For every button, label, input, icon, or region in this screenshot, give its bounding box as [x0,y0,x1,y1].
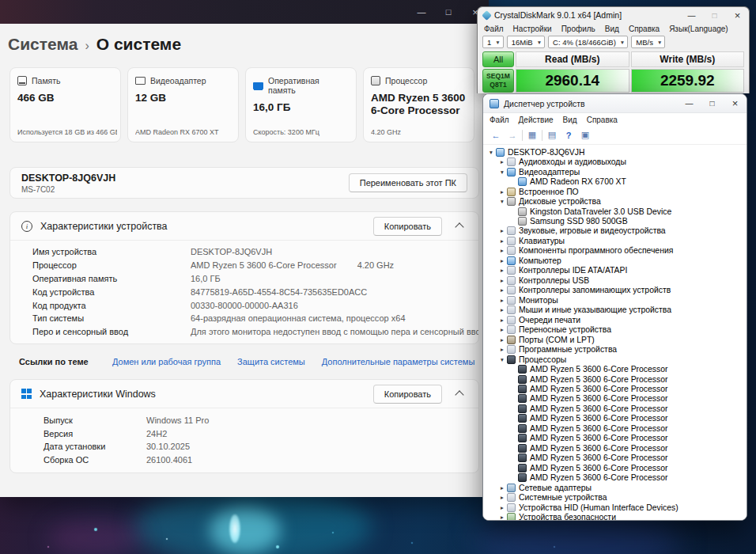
expand-arrow-icon[interactable]: ▸ [497,317,507,324]
copy-windows-specs-button[interactable]: Копировать [373,385,442,404]
settings-minimize-button[interactable] [408,0,435,24]
tree-item[interactable]: ▸ Очереди печати [483,315,747,324]
expand-arrow-icon[interactable]: ▸ [497,227,507,234]
tree-item[interactable]: AMD Ryzen 5 3600 6-Core Processor [483,394,747,404]
expand-arrow-icon[interactable]: ▸ [497,158,507,165]
menu-item[interactable]: Файл [479,25,508,33]
tree-item[interactable]: ▸ Встроенное ПО [483,187,747,196]
combo-select[interactable]: 16MiB [507,36,545,48]
expand-arrow-icon[interactable]: ▸ [497,188,507,195]
tree-item[interactable]: ▸ Компьютер [483,256,747,265]
cdm-maximize-button[interactable] [703,7,726,23]
tree-item[interactable]: AMD Ryzen 5 3600 6-Core Processor [483,443,747,453]
cdm-minimize-button[interactable] [680,7,703,23]
menu-item[interactable]: Действие [514,116,558,124]
expand-arrow-icon[interactable]: ▸ [497,514,507,520]
help-icon[interactable] [561,128,576,142]
menu-item[interactable]: Профиль [557,25,600,33]
menu-item[interactable]: Вид [558,116,582,124]
tree-item[interactable]: ▾ Видеоадаптеры [483,167,747,176]
tree-item[interactable]: ▸ Аудиовходы и аудиовыходы [483,157,747,166]
tree-item[interactable]: Kingston DataTraveler 3.0 USB Device [483,207,747,216]
expand-arrow-icon[interactable]: ▸ [497,326,507,333]
tree-item[interactable]: ▸ Сетевые адаптеры [483,483,747,492]
devmgr-close-button[interactable] [724,94,747,113]
tree-item[interactable]: ▸ Контроллеры запоминающих устройств [483,286,747,295]
tree-item[interactable]: ▸ Устройства HID (Human Interface Device… [483,503,747,512]
related-link[interactable]: Домен или рабочая группа [112,357,221,366]
seq1m-q8t1-button[interactable]: SEQ1M Q8T1 [482,69,514,93]
expand-arrow-icon[interactable]: ▸ [497,237,507,245]
tree-item[interactable]: AMD Ryzen 5 3600 6-Core Processor [483,384,747,393]
devmgr-maximize-button[interactable] [701,94,724,113]
breadcrumb-system[interactable]: Система [8,35,77,54]
tree-item[interactable]: ▸ Мыши и иные указывающие устройства [483,305,747,315]
tree-item[interactable]: AMD Ryzen 5 3600 6-Core Processor [483,453,747,463]
cdm-close-button[interactable] [726,7,749,23]
tree-item[interactable]: ▸ Программные устройства [483,344,747,354]
tree-item[interactable]: AMD Ryzen 5 3600 6-Core Processor [483,472,747,482]
expand-arrow-icon[interactable]: ▸ [497,336,507,343]
menu-item[interactable]: Справка [624,25,664,33]
settings-maximize-button[interactable] [435,0,462,24]
console-tree-icon[interactable] [525,128,539,142]
devmgr-minimize-button[interactable] [678,94,701,113]
expand-arrow-icon[interactable]: ▸ [497,247,507,254]
tree-item[interactable]: ▸ Переносные устройства [483,324,747,334]
combo-select[interactable]: C: 4% (18/466GiB) [548,36,628,48]
toolbar-separator[interactable] [542,130,542,141]
tree-item[interactable]: AMD Ryzen 5 3600 6-Core Processor [483,423,747,433]
all-test-button[interactable]: All [482,51,514,67]
menu-item[interactable]: Файл [485,116,514,124]
expand-arrow-icon[interactable]: ▾ [486,149,496,156]
related-link[interactable]: Дополнительные параметры системы [322,357,475,366]
copy-device-specs-button[interactable]: Копировать [373,217,442,236]
combo-select[interactable]: 1 [482,36,504,48]
tree-item[interactable]: AMD Ryzen 5 3600 6-Core Processor [483,463,747,472]
nav-back-icon[interactable] [489,128,503,142]
expand-arrow-icon[interactable]: ▸ [497,286,507,294]
tree-item[interactable]: AMD Ryzen 5 3600 6-Core Processor [483,434,747,443]
collapse-chevron-icon[interactable] [455,391,463,400]
expand-arrow-icon[interactable]: ▾ [497,169,507,176]
tree-item[interactable]: AMD Ryzen 5 3600 6-Core Processor [483,404,747,413]
expand-arrow-icon[interactable]: ▸ [497,257,507,264]
expand-arrow-icon[interactable]: ▸ [497,277,507,284]
combo-select[interactable]: MB/s [631,36,665,48]
tree-item[interactable]: ▸ Устройства безопасности [483,512,747,520]
expand-arrow-icon[interactable]: ▸ [497,267,507,274]
related-link[interactable]: Защита системы [237,357,305,366]
expand-arrow-icon[interactable]: ▾ [497,198,507,205]
tree-item[interactable]: AMD Ryzen 5 3600 6-Core Processor [483,374,747,384]
tree-item[interactable]: AMD Ryzen 5 3600 6-Core Processor [483,364,747,374]
tree-item[interactable]: ▸ Мониторы [483,295,747,305]
expand-arrow-icon[interactable]: ▸ [497,484,507,491]
expand-arrow-icon[interactable]: ▾ [497,356,507,363]
nav-forward-icon[interactable] [505,128,520,142]
expand-arrow-icon[interactable]: ▸ [497,297,507,304]
toolbar-separator[interactable] [522,130,523,141]
tree-item[interactable]: ▸ Системные устройства [483,492,747,502]
tree-item[interactable]: ▾ Дисковые устройства [483,196,747,206]
tree-item[interactable]: ▸ Контроллеры USB [483,275,747,285]
expand-arrow-icon[interactable]: ▸ [497,494,507,501]
tree-item[interactable]: AMD Ryzen 5 3600 6-Core Processor [483,414,747,423]
menu-item[interactable]: Язык(Language) [664,25,733,33]
tree-item[interactable]: ▸ Контроллеры IDE ATA/ATAPI [483,266,747,275]
scan-hardware-icon[interactable] [578,128,592,142]
tree-item[interactable]: ▸ Звуковые, игровые и видеоустройства [483,226,747,236]
tree-item[interactable]: ▸ Компоненты программного обеспечения [483,246,747,256]
tree-item[interactable]: ▸ Клавиатуры [483,236,747,245]
properties-icon[interactable] [545,128,559,142]
tree-item[interactable]: ▾ DESKTOP-8JQ6VJH [483,147,747,157]
menu-item[interactable]: Настройки [508,25,557,33]
menu-item[interactable]: Вид [600,25,624,33]
expand-arrow-icon[interactable]: ▸ [497,346,507,353]
expand-arrow-icon[interactable]: ▸ [497,504,507,511]
tree-item[interactable]: AMD Radeon RX 6700 XT [483,176,747,186]
rename-pc-button[interactable]: Переименовать этот ПК [349,173,467,192]
collapse-chevron-icon[interactable] [455,222,463,231]
tree-item[interactable]: ▸ Порты (COM и LPT) [483,335,747,344]
expand-arrow-icon[interactable]: ▸ [497,306,507,313]
tree-item[interactable]: ▾ Процессоры [483,355,747,364]
